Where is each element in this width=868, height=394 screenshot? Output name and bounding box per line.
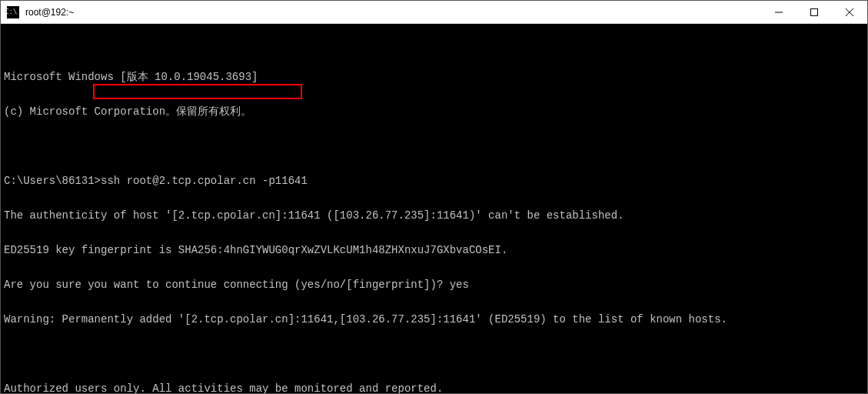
terminal-body[interactable]: Microsoft Windows [版本 10.0.19045.3693] (… bbox=[1, 24, 867, 393]
window-controls bbox=[761, 1, 867, 23]
close-button[interactable] bbox=[832, 1, 867, 23]
terminal-line: Microsoft Windows [版本 10.0.19045.3693] bbox=[4, 72, 864, 83]
terminal-window: C:\. root@192:~ Microsoft Windows [版本 10… bbox=[0, 0, 868, 394]
command-highlight-box bbox=[93, 84, 302, 99]
terminal-line: (c) Microsoft Corporation。保留所有权利。 bbox=[4, 106, 864, 118]
minimize-icon bbox=[775, 8, 783, 16]
cmd-icon-text: C:\. bbox=[5, 8, 22, 15]
window-title: root@192:~ bbox=[25, 7, 761, 18]
terminal-line: The authenticity of host '[2.tcp.cpolar.… bbox=[4, 210, 864, 222]
terminal-line-command: C:\Users\86131>ssh root@2.tcp.cpolar.cn … bbox=[4, 175, 864, 187]
svg-rect-1 bbox=[811, 8, 818, 15]
terminal-line bbox=[4, 349, 864, 360]
minimize-button[interactable] bbox=[761, 1, 796, 23]
titlebar[interactable]: C:\. root@192:~ bbox=[1, 1, 867, 24]
close-icon bbox=[846, 8, 853, 16]
cmd-icon: C:\. bbox=[7, 6, 19, 18]
terminal-line: Warning: Permanently added '[2.tcp.cpola… bbox=[4, 314, 864, 326]
terminal-line: Authorized users only. All activities ma… bbox=[4, 383, 864, 393]
terminal-line: ED25519 key fingerprint is SHA256:4hnGIY… bbox=[4, 245, 864, 256]
maximize-button[interactable] bbox=[796, 1, 832, 23]
terminal-line bbox=[4, 141, 864, 152]
terminal-line: Are you sure you want to continue connec… bbox=[4, 279, 864, 291]
maximize-icon bbox=[810, 8, 818, 16]
